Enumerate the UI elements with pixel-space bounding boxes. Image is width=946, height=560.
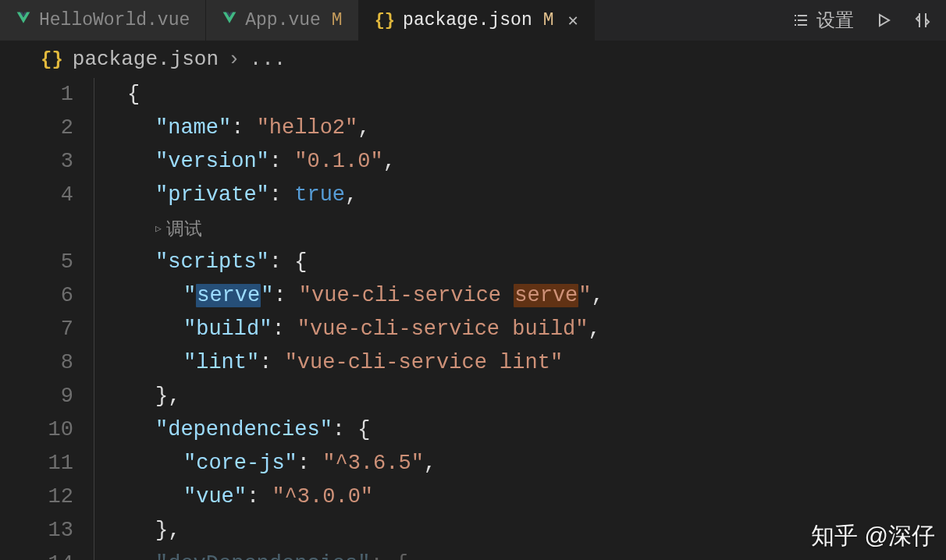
breadcrumb-more: ... — [250, 48, 286, 71]
run-action[interactable] — [874, 11, 893, 30]
breadcrumb-file: package.json — [73, 48, 219, 71]
compare-action[interactable] — [913, 11, 932, 30]
line-gutter: 1 2 3 4 5 6 7 8 9 10 11 12 13 14 — [0, 78, 94, 560]
line-number: 14 — [0, 548, 73, 560]
codelens-debug[interactable]: ▷调试 — [127, 212, 946, 246]
play-icon: ▷ — [155, 212, 162, 246]
modified-indicator: M — [543, 10, 554, 30]
vue-icon — [222, 10, 237, 30]
editor-actions: 设置 — [777, 0, 946, 41]
json-icon: {} — [375, 11, 395, 30]
modified-indicator: M — [332, 10, 343, 30]
code-content[interactable]: { "name": "hello2", "version": "0.1.0", … — [94, 78, 946, 560]
tab-helloworld[interactable]: HelloWorld.vue — [0, 0, 206, 41]
line-number: 3 — [0, 145, 73, 179]
list-icon — [791, 11, 810, 30]
close-icon[interactable]: ✕ — [562, 10, 578, 31]
line-number: 6 — [0, 279, 73, 313]
line-number: 1 — [0, 78, 73, 112]
compare-icon — [913, 11, 932, 30]
settings-action[interactable]: 设置 — [791, 8, 854, 33]
line-number: 11 — [0, 447, 73, 480]
watermark: 知乎 @深仔 — [811, 520, 935, 552]
tab-label: App.vue — [245, 10, 321, 30]
line-number: 5 — [0, 246, 73, 279]
tab-app[interactable]: App.vue M — [206, 0, 358, 41]
selection: serve — [196, 284, 261, 307]
settings-label: 设置 — [816, 8, 854, 33]
line-number: 9 — [0, 380, 73, 413]
highlight-occurrence: serve — [514, 284, 578, 307]
line-number: 12 — [0, 480, 73, 514]
breadcrumb[interactable]: {} package.json › ... — [0, 41, 946, 78]
line-number: 13 — [0, 514, 73, 548]
brace: { — [127, 83, 140, 106]
tab-label: package.json — [403, 10, 532, 30]
line-number: 7 — [0, 313, 73, 346]
chevron-right-icon: › — [228, 48, 240, 71]
line-number: 10 — [0, 413, 73, 447]
vue-icon — [16, 10, 31, 30]
line-number: 8 — [0, 346, 73, 380]
line-number: 2 — [0, 112, 73, 145]
json-icon: {} — [41, 49, 63, 70]
tab-label: HelloWorld.vue — [39, 10, 190, 30]
code-editor[interactable]: 1 2 3 4 5 6 7 8 9 10 11 12 13 14 { "name… — [0, 78, 946, 560]
play-icon — [874, 11, 893, 30]
tab-package-json[interactable]: {} package.json M ✕ — [359, 0, 595, 41]
editor-tabbar: HelloWorld.vue App.vue M {} package.json… — [0, 0, 946, 41]
line-number: 4 — [0, 179, 73, 212]
